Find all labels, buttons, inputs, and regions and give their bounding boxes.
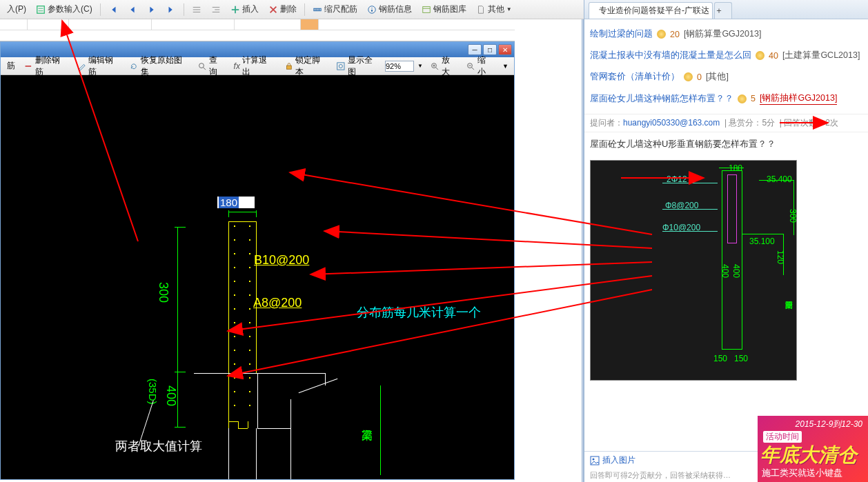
coin-icon xyxy=(684,72,693,81)
svg-point-12 xyxy=(593,458,595,460)
nav-next-button[interactable] xyxy=(143,3,161,16)
browser-panel: 专业造价问题答疑平台-广联达 ✕ ＋ 绘制过梁的问题 20 [钢筋算量GGJ20… xyxy=(584,0,868,482)
close-button[interactable]: ✕ xyxy=(498,44,512,55)
image-icon xyxy=(590,456,600,465)
nav-prev-button[interactable] xyxy=(124,3,141,16)
svg-rect-5 xyxy=(286,66,291,69)
browser-tabs: 专业造价问题答疑平台-广联达 ✕ ＋ xyxy=(584,0,868,19)
rebar-info-button[interactable]: 钢筋信息 xyxy=(363,2,416,17)
minus-icon xyxy=(23,61,33,71)
info-icon xyxy=(367,5,377,14)
param-input-p-button[interactable]: 入(P) xyxy=(3,2,30,17)
refresh-icon xyxy=(129,61,139,71)
search-icon xyxy=(197,61,207,71)
last-icon xyxy=(166,5,176,14)
outdent-button[interactable] xyxy=(207,3,225,16)
qa-item[interactable]: 混凝土报表中没有墙的混凝土量是怎么回 40 [土建算量GCL2013] xyxy=(590,45,862,66)
qa-meta: 提问者：huangyi050330@163.com | 悬赏分：5分 | 回答次… xyxy=(584,114,868,132)
cad-canvas[interactable]: 180 300 400 (35D) xyxy=(1,75,514,479)
param-2: 分布筋搭接长度：45 D xyxy=(357,281,482,297)
doc-icon xyxy=(476,5,486,14)
promo-banner[interactable]: 2015-12-9到12-30 活动时间 年底大清仓 施工类买就送小键盘 xyxy=(758,416,868,482)
dim-300: 300 xyxy=(156,282,170,303)
svg-rect-6 xyxy=(337,62,344,69)
width-input[interactable]: 180 xyxy=(217,197,255,208)
params-icon xyxy=(36,5,46,14)
outdent-icon xyxy=(211,5,221,14)
qa-item[interactable]: 屋面砼女儿墙这种钢筋怎样布置？？ 5 [钢筋抽样GGJ2013] xyxy=(590,88,862,110)
svg-point-4 xyxy=(199,63,204,68)
fit-icon xyxy=(336,61,346,71)
qa-item[interactable]: 绘制过梁的问题 20 [钢筋算量GGJ2013] xyxy=(590,23,862,45)
zoom-input[interactable] xyxy=(385,61,414,72)
coin-icon xyxy=(756,51,765,60)
param-3: 分布筋每几米计算一个 xyxy=(357,304,481,321)
ruler-icon xyxy=(313,5,322,14)
dim-400: 400 xyxy=(164,385,178,406)
note-bottom: 两者取大值计算 xyxy=(115,438,202,454)
zoom-dropdown[interactable]: ▼ xyxy=(415,63,425,69)
spec-b10: B10@200 xyxy=(254,253,309,268)
scale-rebar-button[interactable]: 缩尺配筋 xyxy=(308,2,362,17)
library-icon xyxy=(422,5,431,14)
coin-icon xyxy=(738,94,747,103)
toolbar-overflow[interactable]: ▼ xyxy=(500,63,511,70)
delete-icon xyxy=(268,5,278,14)
browser-tab-active[interactable]: 专业造价问题答疑平台-广联达 ✕ xyxy=(589,2,713,19)
split-gap xyxy=(515,19,584,482)
cad-window: ─ □ ✕ 筋 删除钢筋 编辑钢筋 恢复原始图集 查询 fx 计算退出 锁定脚本 xyxy=(0,41,515,480)
qa-list: 绘制过梁的问题 20 [钢筋算量GGJ2013] 混凝土报表中没有墙的混凝土量是… xyxy=(584,19,868,114)
other-button[interactable]: 其他 ▼ xyxy=(472,2,516,17)
coin-icon xyxy=(657,30,666,39)
zoom-out-icon xyxy=(466,61,475,71)
param-input-c-button[interactable]: 参数输入(C) xyxy=(32,2,97,17)
answer-image[interactable]: 2Φ12 180 35.400 Φ8@200 Φ10@200 35.100 30… xyxy=(590,160,797,381)
new-tab-button[interactable]: ＋ xyxy=(714,2,732,19)
nav-last-button[interactable] xyxy=(162,3,180,16)
rebar-library-button[interactable]: 钢筋图库 xyxy=(417,2,471,17)
zoom-in-icon xyxy=(430,61,440,71)
spec-a8: A8@200 xyxy=(253,296,302,310)
asker-link[interactable]: huangyi050330@163.com xyxy=(623,118,720,128)
insert-button[interactable]: 插入 xyxy=(226,2,263,17)
prev-icon xyxy=(128,5,137,14)
delete-button[interactable]: 删除 xyxy=(264,2,301,17)
svg-rect-3 xyxy=(422,6,430,12)
indent-icon xyxy=(192,5,201,14)
qa-item[interactable]: 管网套价（清单计价） 0 [其他] xyxy=(590,66,862,88)
next-icon xyxy=(147,5,157,14)
svg-point-7 xyxy=(339,64,343,68)
tab-close-icon[interactable]: ✕ xyxy=(712,6,713,15)
insert-icon xyxy=(230,5,240,14)
indent-button[interactable] xyxy=(188,3,206,16)
param-4: 保护层厚度：15 xyxy=(357,328,445,344)
param-1: 栏板长度：4000 xyxy=(357,257,446,274)
cad-toolbar: 筋 删除钢筋 编辑钢筋 恢复原始图集 查询 fx 计算退出 锁定脚本 xyxy=(1,57,514,75)
rebar-btn[interactable]: 筋 xyxy=(3,59,19,72)
lock-icon xyxy=(284,61,294,71)
first-icon xyxy=(108,5,118,14)
pencil-icon xyxy=(77,61,87,71)
qa-question: 屋面砼女儿墙这种U形垂直钢筋要怎样布置？？ xyxy=(584,132,868,156)
nav-first-button[interactable] xyxy=(104,3,122,16)
svg-rect-0 xyxy=(37,6,45,13)
